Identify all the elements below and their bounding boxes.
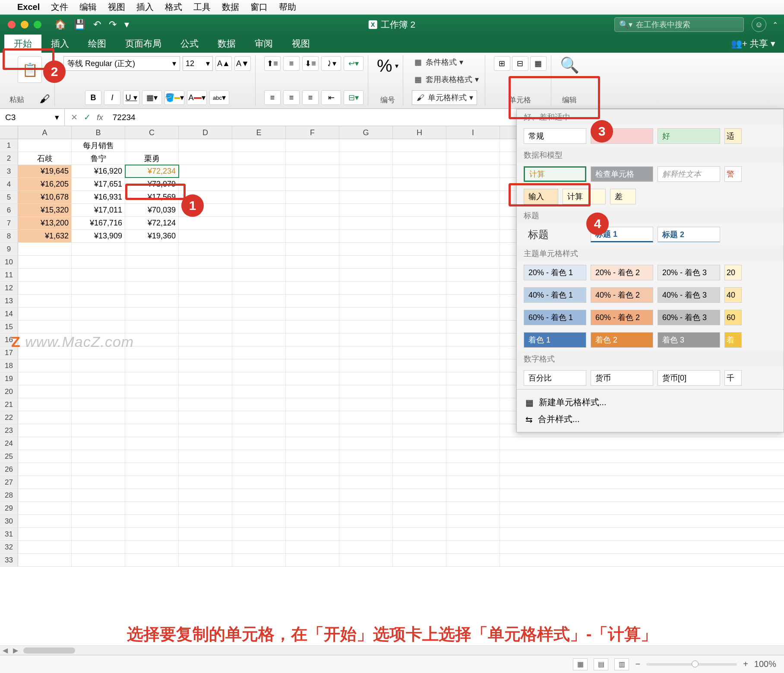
new-cell-style-button[interactable]: ▦ 新建单元格样式... bbox=[525, 394, 775, 411]
cell[interactable]: ¥15,320 bbox=[18, 204, 72, 216]
col-A[interactable]: A bbox=[18, 126, 72, 139]
style-20-1[interactable]: 20% - 着色 1 bbox=[524, 265, 586, 280]
cell[interactable]: ¥16,920 bbox=[72, 165, 125, 178]
border-button[interactable]: ▦▾ bbox=[142, 90, 162, 105]
align-right-button[interactable]: ≡ bbox=[302, 90, 319, 105]
style-good[interactable]: 好 bbox=[658, 128, 720, 144]
fill-color-button[interactable]: 🪣▾ bbox=[164, 90, 184, 105]
decrease-font-button[interactable]: A▼ bbox=[234, 56, 251, 71]
cell[interactable]: ¥16,931 bbox=[72, 191, 125, 203]
formula-value[interactable]: 72234 bbox=[108, 113, 136, 122]
share-button[interactable]: 👥+ 共享 ▾ bbox=[722, 35, 784, 53]
menu-file[interactable]: 文件 bbox=[51, 1, 68, 13]
zoom-in-button[interactable]: + bbox=[743, 659, 748, 669]
style-20-4[interactable]: 20 bbox=[724, 265, 742, 280]
tab-layout[interactable]: 页面布局 bbox=[116, 35, 171, 53]
style-20-3[interactable]: 20% - 着色 3 bbox=[658, 265, 720, 280]
cell-title[interactable]: 每月销售 bbox=[72, 139, 125, 152]
search-input[interactable]: 🔍▾ 在工作表中搜索 bbox=[614, 17, 744, 32]
cell[interactable]: ¥10,678 bbox=[18, 191, 72, 203]
cell[interactable]: ¥19,645 bbox=[18, 165, 72, 178]
align-middle-button[interactable]: ≡ bbox=[283, 56, 300, 71]
cell[interactable]: ¥72,234 bbox=[125, 165, 179, 178]
name-box[interactable]: C3▾ bbox=[0, 109, 65, 126]
bold-button[interactable]: B bbox=[85, 90, 101, 105]
col-E[interactable]: E bbox=[232, 126, 286, 139]
cell-header[interactable]: 石歧 bbox=[18, 152, 72, 165]
titlebar-chevron-icon[interactable]: ⌃ bbox=[772, 21, 778, 29]
insert-cells-button[interactable]: ⊞ bbox=[494, 56, 510, 71]
cell[interactable]: ¥13,909 bbox=[72, 230, 125, 242]
close-icon[interactable] bbox=[8, 21, 16, 29]
fx-icon[interactable]: fx bbox=[97, 113, 108, 122]
style-calculation[interactable]: 计算 bbox=[524, 166, 586, 182]
align-bottom-button[interactable]: ⬇≡ bbox=[302, 56, 319, 71]
cell[interactable]: ¥17,569 bbox=[125, 191, 179, 203]
style-currency0[interactable]: 货币[0] bbox=[658, 370, 720, 386]
style-60-4[interactable]: 60 bbox=[724, 310, 742, 325]
home-icon[interactable]: 🏠 bbox=[54, 19, 66, 30]
format-as-table-button[interactable]: ▦套用表格格式 ▾ bbox=[412, 73, 481, 86]
style-warning[interactable]: 警 bbox=[724, 166, 742, 182]
style-output[interactable]: 差 bbox=[610, 189, 636, 204]
menu-data[interactable]: 数据 bbox=[222, 1, 239, 13]
customize-qat-icon[interactable]: ▾ bbox=[124, 19, 129, 30]
tab-insert[interactable]: 插入 bbox=[41, 35, 79, 53]
cell-styles-button[interactable]: 🖌单元格样式 ▾ bbox=[412, 90, 477, 105]
increase-font-button[interactable]: A▲ bbox=[215, 56, 232, 71]
zoom-level[interactable]: 100% bbox=[754, 659, 776, 669]
redo-icon[interactable]: ↷ bbox=[109, 19, 117, 30]
col-F[interactable]: F bbox=[286, 126, 339, 139]
menu-tools[interactable]: 工具 bbox=[193, 1, 211, 13]
cell[interactable]: ¥73,079 bbox=[125, 178, 179, 190]
orientation-button[interactable]: ⤸▾ bbox=[321, 56, 341, 71]
minimize-icon[interactable] bbox=[21, 21, 28, 29]
wrap-text-button[interactable]: ↩▾ bbox=[344, 56, 364, 71]
cell[interactable]: ¥70,039 bbox=[125, 204, 179, 216]
view-layout-button[interactable]: ▤ bbox=[594, 658, 608, 670]
cell[interactable]: ¥167,716 bbox=[72, 217, 125, 229]
cell[interactable]: ¥13,200 bbox=[18, 217, 72, 229]
menu-format[interactable]: 格式 bbox=[165, 1, 182, 13]
menu-insert[interactable]: 插入 bbox=[136, 1, 154, 13]
tab-formulas[interactable]: 公式 bbox=[171, 35, 208, 53]
align-center-button[interactable]: ≡ bbox=[283, 90, 300, 105]
style-percent[interactable]: 百分比 bbox=[524, 370, 586, 386]
select-all-corner[interactable] bbox=[0, 126, 18, 139]
menu-window[interactable]: 窗口 bbox=[250, 1, 268, 13]
style-calc2[interactable]: 计算 bbox=[563, 189, 606, 204]
style-normal[interactable]: 常规 bbox=[524, 128, 586, 144]
style-40-1[interactable]: 40% - 着色 1 bbox=[524, 287, 586, 303]
style-40-2[interactable]: 40% - 着色 2 bbox=[591, 287, 653, 303]
cancel-formula-icon[interactable]: ✕ bbox=[71, 112, 78, 122]
col-H[interactable]: H bbox=[393, 126, 446, 139]
style-40-4[interactable]: 40 bbox=[724, 287, 742, 303]
menu-view[interactable]: 视图 bbox=[108, 1, 125, 13]
percent-icon[interactable]: % bbox=[377, 56, 392, 76]
tab-home[interactable]: 开始 bbox=[4, 35, 41, 53]
view-normal-button[interactable]: ▦ bbox=[573, 658, 588, 670]
style-60-2[interactable]: 60% - 着色 2 bbox=[591, 310, 653, 325]
conditional-format-button[interactable]: ▦条件格式 ▾ bbox=[412, 56, 465, 68]
save-icon[interactable]: 💾 bbox=[74, 19, 85, 30]
app-name[interactable]: Excel bbox=[17, 2, 40, 12]
style-title[interactable]: 标题 bbox=[524, 227, 586, 242]
cell[interactable]: ¥19,360 bbox=[125, 230, 179, 242]
underline-button[interactable]: U ▾ bbox=[123, 90, 139, 105]
style-20-2[interactable]: 20% - 着色 2 bbox=[591, 265, 653, 280]
tab-draw[interactable]: 绘图 bbox=[79, 35, 116, 53]
style-input[interactable]: 输入 bbox=[524, 189, 558, 204]
col-I[interactable]: I bbox=[446, 126, 500, 139]
find-icon[interactable]: 🔍 bbox=[560, 56, 579, 74]
style-40-3[interactable]: 40% - 着色 3 bbox=[658, 287, 720, 303]
col-C[interactable]: C bbox=[125, 126, 179, 139]
format-painter-icon[interactable]: 🖌 bbox=[40, 93, 50, 105]
format-cells-button[interactable]: ▦ bbox=[530, 56, 547, 71]
phonetic-button[interactable]: abc▾ bbox=[209, 90, 229, 105]
tab-view[interactable]: 视图 bbox=[282, 35, 319, 53]
maximize-icon[interactable] bbox=[34, 21, 41, 29]
font-name-select[interactable]: 等线 Regular (正文)▾ bbox=[63, 56, 180, 71]
menu-edit[interactable]: 编辑 bbox=[79, 1, 97, 13]
paste-button[interactable]: 📋 bbox=[18, 56, 42, 83]
cell-header[interactable]: 栗勇 bbox=[125, 152, 179, 165]
